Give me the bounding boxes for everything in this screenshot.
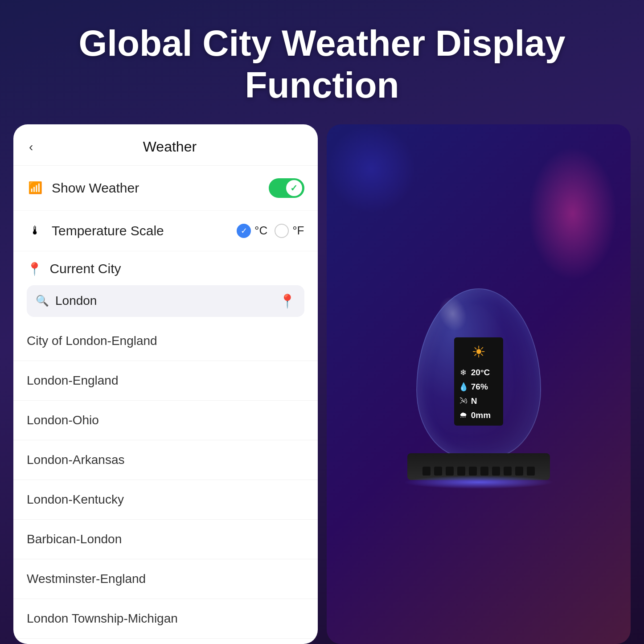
weather-screen: ☀ ❄ 20°C 💧 76% 🌬 N 🌧 bbox=[454, 337, 503, 426]
current-city-section: 📍 Current City bbox=[13, 251, 318, 280]
celsius-label: °C bbox=[254, 224, 267, 238]
base-slot bbox=[457, 467, 465, 476]
background-blob-blue bbox=[327, 124, 416, 213]
location-icon: 📍 bbox=[27, 262, 42, 276]
city-list-item[interactable]: Barbican-London bbox=[13, 520, 318, 559]
page-title: Global City Weather Display Function bbox=[0, 0, 644, 124]
city-list-item[interactable]: London-Ohio bbox=[13, 401, 318, 440]
humidity-row: 💧 76% bbox=[459, 382, 488, 392]
rain-icon: 🌧 bbox=[459, 410, 468, 420]
show-weather-toggle[interactable]: ✓ bbox=[269, 178, 304, 198]
celsius-check: ✓ bbox=[241, 226, 247, 236]
city-list: City of London-EnglandLondon-EnglandLond… bbox=[13, 321, 318, 644]
search-icon: 🔍 bbox=[36, 295, 49, 307]
search-input[interactable]: London bbox=[55, 294, 273, 308]
celsius-option[interactable]: ✓ °C bbox=[237, 224, 267, 238]
wind-value: N bbox=[471, 396, 477, 406]
phone-panel: ‹ Weather 📶 Show Weather ✓ 🌡 Temperature… bbox=[13, 124, 318, 644]
base-slot bbox=[422, 467, 431, 476]
base-slot bbox=[492, 467, 500, 476]
city-list-item[interactable]: City of London-England bbox=[13, 321, 318, 361]
fahrenheit-radio[interactable] bbox=[275, 224, 289, 238]
humidity-icon: 💧 bbox=[459, 382, 468, 392]
current-city-title: Current City bbox=[49, 261, 121, 276]
base-slot bbox=[515, 467, 523, 476]
device-container: ☀ ❄ 20°C 💧 76% 🌬 N 🌧 bbox=[407, 288, 550, 480]
temp-row: ❄ 20°C bbox=[459, 368, 490, 377]
sun-icon: ☀ bbox=[472, 343, 486, 361]
show-weather-label: Show Weather bbox=[52, 180, 269, 196]
back-button[interactable]: ‹ bbox=[27, 138, 35, 156]
temp-scale-row: 🌡 Temperature Scale ✓ °C °F bbox=[13, 211, 318, 251]
base-slots bbox=[422, 467, 535, 476]
search-box[interactable]: 🔍 London 📍 bbox=[27, 285, 304, 317]
base-slot bbox=[446, 467, 454, 476]
city-list-item[interactable]: London Township-Michigan bbox=[13, 599, 318, 639]
wind-row: 🌬 N bbox=[459, 396, 477, 406]
celsius-radio[interactable]: ✓ bbox=[237, 224, 251, 238]
content-row: ‹ Weather 📶 Show Weather ✓ 🌡 Temperature… bbox=[0, 124, 644, 644]
temp-options: ✓ °C °F bbox=[237, 224, 304, 238]
city-list-item[interactable]: London-Kentucky bbox=[13, 480, 318, 520]
temp-scale-label: Temperature Scale bbox=[52, 223, 237, 238]
location-pin-icon[interactable]: 📍 bbox=[279, 293, 295, 309]
show-weather-row: 📶 Show Weather ✓ bbox=[13, 166, 318, 211]
wind-icon: 🌬 bbox=[459, 396, 468, 406]
glow-effect bbox=[403, 476, 554, 489]
thermometer-icon: 🌡 bbox=[27, 224, 44, 238]
background-blob-pink bbox=[528, 147, 617, 280]
temp-icon: ❄ bbox=[459, 368, 468, 377]
rain-value: 0mm bbox=[471, 410, 491, 420]
dome-shine bbox=[434, 292, 472, 335]
rain-row: 🌧 0mm bbox=[459, 410, 491, 420]
fahrenheit-label: °F bbox=[292, 224, 304, 238]
toggle-check-icon: ✓ bbox=[290, 183, 298, 193]
base-slot bbox=[527, 467, 535, 476]
base-slot bbox=[480, 467, 488, 476]
glass-dome: ☀ ❄ 20°C 💧 76% 🌬 N 🌧 bbox=[416, 288, 541, 458]
city-list-item[interactable]: Westminster-England bbox=[13, 559, 318, 599]
city-list-item[interactable]: London-Arkansas bbox=[13, 440, 318, 480]
humidity-value: 76% bbox=[471, 382, 488, 392]
screen-title: Weather bbox=[35, 139, 304, 155]
toggle-knob: ✓ bbox=[286, 180, 302, 196]
weather-signal-icon: 📶 bbox=[27, 181, 44, 195]
base-slot bbox=[469, 467, 477, 476]
temp-value: 20°C bbox=[471, 368, 490, 377]
fahrenheit-option[interactable]: °F bbox=[275, 224, 304, 238]
base-slot bbox=[434, 467, 442, 476]
photo-panel: ☀ ❄ 20°C 💧 76% 🌬 N 🌧 bbox=[327, 124, 631, 644]
base-slot bbox=[504, 467, 512, 476]
city-list-item[interactable]: London-England bbox=[13, 361, 318, 401]
phone-header: ‹ Weather bbox=[13, 124, 318, 166]
